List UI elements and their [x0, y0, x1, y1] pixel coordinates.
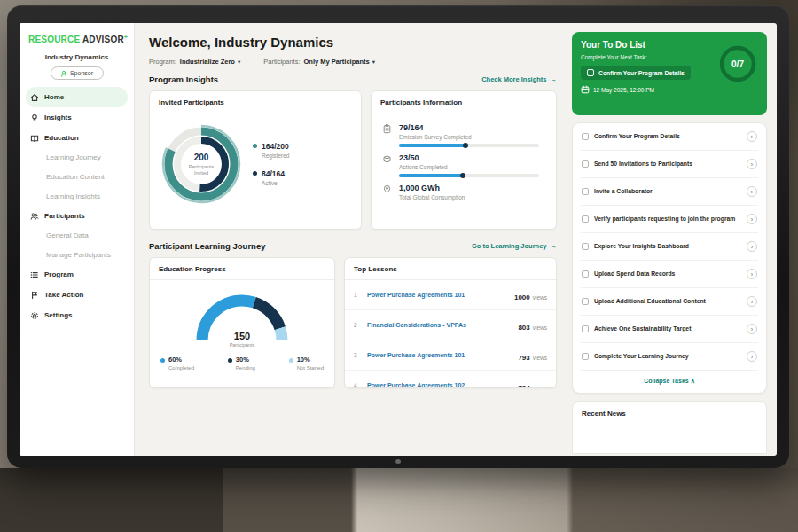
- lesson-link[interactable]: Power Purchase Agreements 102: [367, 382, 512, 388]
- actions-completed-label: Actions Completed: [399, 164, 545, 170]
- chevron-right-icon[interactable]: ›: [747, 269, 757, 279]
- sidebar: RESOURCE ADVISOR+ Industry Dynamics Spon…: [20, 23, 135, 456]
- chevron-right-icon[interactable]: ›: [747, 186, 757, 197]
- education-center-label: Participants: [189, 342, 295, 348]
- registered-label: Registered: [262, 153, 289, 159]
- consumption-stat: 1,000 GWh Total Global Consumption: [382, 184, 545, 200]
- checkbox[interactable]: [582, 353, 589, 360]
- checkbox[interactable]: [582, 270, 589, 278]
- sidebar-item-program[interactable]: Program: [20, 264, 134, 285]
- invited-total-label: Participants Invited: [183, 164, 220, 176]
- due-date-label: 12 May 2025, 12:00 PM: [593, 87, 654, 93]
- chevron-right-icon[interactable]: ›: [747, 214, 757, 224]
- checkbox[interactable]: [582, 160, 589, 168]
- invited-legend: 164/200 Registered 84/164 Active: [253, 142, 289, 186]
- legend-item-pending: 30% Pending: [228, 356, 255, 371]
- chevron-right-icon[interactable]: ›: [747, 131, 757, 142]
- legend-dot-completed: [160, 358, 165, 363]
- legend-dot-active: [253, 171, 257, 176]
- checkbox[interactable]: [582, 215, 589, 223]
- check-more-insights-label: Check More Insights: [481, 75, 546, 83]
- sidebar-item-education[interactable]: Education: [20, 128, 134, 148]
- next-task-row[interactable]: Confirm Your Program Details: [581, 66, 691, 80]
- lesson-views-suffix: views: [533, 325, 547, 331]
- lesson-row[interactable]: 4 Power Purchase Agreements 102 734views: [345, 371, 556, 388]
- todo-progress-ring: 0/7: [717, 43, 758, 84]
- sidebar-item-learning-insights[interactable]: Learning Insights: [20, 187, 134, 207]
- task-row-send-invitations[interactable]: Send 50 Invitations to Participants ›: [581, 151, 758, 178]
- go-to-learning-journey-link[interactable]: Go to Learning Journey →: [472, 242, 557, 250]
- check-more-insights-link[interactable]: Check More Insights →: [481, 75, 557, 83]
- nav-label-home: Home: [44, 93, 64, 102]
- flag-icon: [30, 291, 39, 300]
- task-row-upload-spend-data[interactable]: Upload Spend Data Records ›: [581, 261, 758, 288]
- sidebar-item-education-content[interactable]: Education Content: [20, 168, 134, 187]
- task-row-explore-insights[interactable]: Explore Your Insights Dashboard ›: [581, 233, 758, 261]
- chevron-right-icon[interactable]: ›: [747, 241, 757, 252]
- task-row-verify-participants[interactable]: Verify participants requesting to join t…: [581, 206, 758, 233]
- lesson-views-value: 1000: [514, 293, 530, 301]
- lesson-row[interactable]: 2 Financial Considerations - VPPAs 803vi…: [345, 310, 556, 340]
- program-insights-title: Program Insights: [149, 74, 218, 84]
- scene-background: RESOURCE ADVISOR+ Industry Dynamics Spon…: [0, 0, 798, 532]
- task-row-invite-collaborator[interactable]: Invite a Collaborator ›: [581, 178, 758, 206]
- checkbox[interactable]: [582, 298, 589, 305]
- participants-information-card: Participants Information 79/164 Emission…: [371, 90, 557, 230]
- participants-filter-label: Participants:: [263, 58, 300, 66]
- task-row-confirm-program[interactable]: Confirm Your Program Details ›: [581, 123, 758, 151]
- lesson-rank: 3: [354, 352, 361, 358]
- task-label: Send 50 Invitations to Participants: [594, 160, 741, 168]
- lesson-row[interactable]: 3 Power Purchase Agreements 101 793views: [345, 340, 556, 371]
- sidebar-item-home[interactable]: Home: [26, 87, 128, 107]
- sidebar-item-learning-journey[interactable]: Learning Journey: [20, 148, 134, 168]
- sidebar-item-settings[interactable]: Settings: [20, 305, 134, 325]
- sponsor-badge[interactable]: Sponsor: [51, 66, 104, 80]
- program-filter-label: Program:: [149, 58, 176, 66]
- todo-panel: Your To Do List Complete Your Next Task:…: [569, 23, 777, 456]
- program-dropdown[interactable]: Program: Industrialize Zero ▾: [149, 58, 240, 66]
- chevron-right-icon[interactable]: ›: [747, 324, 757, 334]
- sidebar-item-general-data[interactable]: General Data: [20, 226, 134, 246]
- sidebar-item-take-action[interactable]: Take Action: [20, 285, 134, 305]
- checkbox[interactable]: [582, 325, 589, 332]
- emission-survey-stat: 79/164 Emission Survey Completed: [382, 123, 545, 147]
- learning-journey-header: Participant Learning Journey Go to Learn…: [149, 241, 557, 251]
- lesson-link[interactable]: Power Purchase Agreements 101: [367, 352, 512, 358]
- nav-label-general-data: General Data: [46, 231, 89, 240]
- org-name: Industry Dynamics: [20, 53, 134, 61]
- people-icon: [30, 212, 39, 221]
- registered-value: 164/200: [262, 142, 289, 151]
- participants-dropdown[interactable]: Participants: Only My Participants ▾: [263, 58, 375, 66]
- sponsor-badge-label: Sponsor: [70, 70, 93, 76]
- consumption-label: Total Global Consumption: [399, 194, 545, 200]
- survey-clipboard-icon: [382, 124, 392, 134]
- nav-label-program: Program: [44, 270, 74, 279]
- nav-label-education: Education: [44, 134, 79, 143]
- next-task-due: 12 May 2025, 12:00 PM: [581, 85, 758, 94]
- task-row-complete-learning-journey[interactable]: Complete Your Learning Journey ›: [581, 343, 758, 371]
- todo-progress-value: 0/7: [717, 43, 758, 84]
- completed-value: 60%: [168, 356, 182, 364]
- sidebar-item-participants[interactable]: Participants: [20, 206, 134, 226]
- collapse-tasks-link[interactable]: Collapse Tasks ∧: [581, 371, 758, 393]
- chevron-right-icon[interactable]: ›: [747, 351, 757, 362]
- pending-label: Pending: [236, 365, 255, 371]
- chevron-right-icon[interactable]: ›: [747, 159, 757, 169]
- nav-label-participants: Participants: [44, 212, 85, 221]
- sidebar-item-insights[interactable]: Insights: [20, 107, 134, 128]
- lesson-row[interactable]: 1 Power Purchase Agreements 101 1000view…: [345, 280, 556, 310]
- arrow-right-icon: →: [551, 242, 558, 250]
- task-row-upload-educational-content[interactable]: Upload Additional Educational Content ›: [581, 288, 758, 316]
- checkbox[interactable]: [582, 243, 589, 250]
- completed-label: Completed: [168, 365, 194, 371]
- logo-resource: RESOURCE: [28, 35, 80, 44]
- chevron-right-icon[interactable]: ›: [747, 296, 757, 307]
- not-started-label: Not Started: [297, 365, 324, 371]
- checkbox[interactable]: [582, 133, 589, 140]
- sidebar-item-manage-participants[interactable]: Manage Participants: [20, 246, 134, 265]
- lesson-link[interactable]: Financial Considerations - VPPAs: [367, 322, 512, 328]
- task-row-achieve-target[interactable]: Achieve One Sustainability Target ›: [581, 316, 758, 343]
- checkbox[interactable]: [582, 188, 589, 195]
- lesson-link[interactable]: Power Purchase Agreements 101: [367, 292, 508, 298]
- checkbox[interactable]: [587, 69, 594, 76]
